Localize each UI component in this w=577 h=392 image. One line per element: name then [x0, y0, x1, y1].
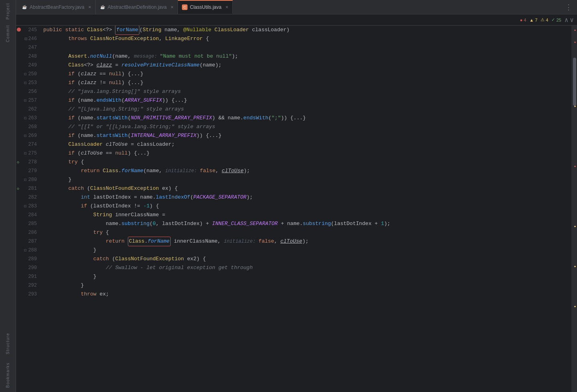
- fold-288[interactable]: ⊡: [24, 248, 26, 253]
- gutter-293: 293: [16, 290, 40, 299]
- java-icon-1: ☕: [22, 4, 27, 10]
- code-content[interactable]: public static Class<?> forName(String na…: [40, 26, 571, 392]
- gutter-279: 279: [16, 167, 40, 175]
- scrollbar-error-1: [574, 30, 576, 31]
- nav-up-icon[interactable]: ∧: [565, 16, 569, 24]
- tab-label-2: AbstractBeanDefinition.java: [108, 4, 167, 10]
- gutter-248: 248: [16, 52, 40, 61]
- editor-container: ☕ AbstractBeanFactory.java × ☕ AbstractB…: [16, 0, 577, 392]
- code-line-286: try {: [40, 228, 571, 237]
- code-line-279: return Class.forName(name, initialize: f…: [40, 167, 571, 175]
- ok-icon: ✓: [551, 17, 555, 22]
- code-line-289: catch (ClassNotFoundException ex2) {: [40, 255, 571, 263]
- gutter-268: 268: [16, 123, 40, 131]
- gutter-269: ⊡269: [16, 131, 40, 140]
- gutter-274: 274: [16, 140, 40, 149]
- code-line-275: if (clToUse == null) {...}: [40, 149, 571, 158]
- gutter-247: 247: [16, 43, 40, 52]
- fold-275[interactable]: ⊡: [24, 151, 26, 156]
- tab-abstract-bean-factory[interactable]: ☕ AbstractBeanFactory.java ×: [18, 0, 96, 14]
- alert-icon: ⚠: [541, 17, 545, 22]
- code-line-246: throws ClassNotFoundException, LinkageEr…: [40, 34, 571, 43]
- fold-263[interactable]: ⊡: [24, 116, 26, 121]
- code-line-256: // "java.lang.String[]" style arrays: [40, 87, 571, 96]
- gutter-286: 286: [16, 228, 40, 237]
- code-line-282: int lastDotIndex = name.lastIndexOf(PACK…: [40, 193, 571, 202]
- gutter-256: 256: [16, 87, 40, 96]
- tab-close-2[interactable]: ×: [171, 4, 174, 10]
- code-line-269: if (name.startsWith(INTERNAL_ARRAY_PREFI…: [40, 131, 571, 140]
- gutter-290: 290: [16, 263, 40, 272]
- code-editor: 245 ⊡246 247 248 249 ⊡250 ⊡253 256 ⊡257 …: [16, 26, 577, 392]
- alert-indicator: ⚠ 4: [541, 17, 548, 22]
- commit-icon[interactable]: Commit: [2, 27, 14, 40]
- nav-down-icon[interactable]: ∨: [570, 16, 574, 24]
- gutter-278: ◇ 278: [16, 158, 40, 167]
- tab-bar: ☕ AbstractBeanFactory.java × ☕ AbstractB…: [16, 0, 577, 14]
- indicators-bar: ● 4 ▲ 7 ⚠ 4 ✓ 25 ∧ ∨: [16, 14, 577, 26]
- gutter-292: 292: [16, 281, 40, 290]
- fold-283[interactable]: ⊡: [24, 204, 26, 209]
- project-icon[interactable]: Project: [2, 5, 14, 18]
- gutter-262: 262: [16, 105, 40, 114]
- gutter-283: ⊡283: [16, 202, 40, 211]
- code-line-293: throw ex;: [40, 290, 571, 299]
- code-line-283: if (lastDotIndex != -1) {: [40, 202, 571, 211]
- tab-label-3: ClassUtils.java: [190, 4, 222, 10]
- code-line-291: }: [40, 272, 571, 281]
- gutter-288: ⊡288: [16, 246, 40, 255]
- gutter-275: ⊡275: [16, 149, 40, 158]
- warning-triangle-indicator: ▲ 7: [529, 18, 537, 22]
- fold-269[interactable]: ⊡: [24, 133, 26, 138]
- fold-257[interactable]: ⊡: [24, 98, 26, 103]
- gutter-263: ⊡263: [16, 114, 40, 123]
- code-line-290: // Swallow - let original exception get …: [40, 263, 571, 272]
- fold-250[interactable]: ⊡: [24, 72, 26, 76]
- debug-281: ◇: [17, 186, 19, 191]
- code-line-287: return Class.forName innerClassName, ini…: [40, 237, 571, 246]
- scrollbar-warning-2: [574, 106, 576, 107]
- code-line-284: String innerClassName =: [40, 211, 571, 219]
- gutter-253: ⊡253: [16, 78, 40, 87]
- tab-close-1[interactable]: ×: [89, 4, 91, 10]
- scrollbar-warning-4: [574, 266, 576, 267]
- bookmarks-icon[interactable]: Bookmarks: [2, 363, 14, 387]
- gutter-257: ⊡257: [16, 96, 40, 105]
- code-line-280: }: [40, 175, 571, 184]
- gutter-249: 249: [16, 61, 40, 70]
- gutter-280: ⊡280: [16, 175, 40, 184]
- scrollbar-error-4: [574, 166, 576, 167]
- code-line-281: catch (ClassNotFoundException ex) {: [40, 184, 571, 193]
- code-line-248: Assert.notNull(name, message: "Name must…: [40, 52, 571, 61]
- code-line-245: public static Class<?> forName(String na…: [40, 26, 571, 34]
- warning-triangle-icon: ▲: [529, 18, 534, 22]
- ok-count: 25: [556, 18, 561, 22]
- code-line-288: }: [40, 246, 571, 255]
- code-line-247: [40, 43, 571, 52]
- fold-253[interactable]: ⊡: [24, 80, 26, 85]
- fold-280[interactable]: ⊡: [24, 177, 26, 182]
- scrollbar-warning-3: [574, 226, 576, 227]
- code-line-262: // "[Ljava.lang.String;" style arrays: [40, 105, 571, 114]
- nav-arrows[interactable]: ∧ ∨: [565, 16, 574, 24]
- code-line-268: // "[[I" or "[[Ljava.lang.String;" style…: [40, 123, 571, 131]
- gutter-246: ⊡246: [16, 34, 40, 43]
- code-line-292: }: [40, 281, 571, 290]
- scroll-thumb[interactable]: [573, 58, 576, 106]
- code-line-253: if (clazz != null) {...}: [40, 78, 571, 87]
- tab-label-1: AbstractBeanFactory.java: [30, 4, 85, 10]
- gutter-284: 284: [16, 211, 40, 219]
- tab-more-button[interactable]: ⋮: [562, 3, 575, 12]
- code-line-285: name.substring(0, lastDotIndex) + INNER_…: [40, 219, 571, 228]
- gutter-250: ⊡250: [16, 70, 40, 78]
- tab-abstract-bean-definition[interactable]: ☕ AbstractBeanDefinition.java ×: [96, 0, 178, 14]
- scrollbar[interactable]: [571, 26, 577, 392]
- tab-class-utils[interactable]: C ClassUtils.java ×: [178, 0, 233, 14]
- gutter-281: ◇ 281: [16, 184, 40, 193]
- ok-indicator: ✓ 25: [551, 17, 561, 22]
- java-icon-3: C: [182, 4, 188, 10]
- code-line-263: if (name.startsWith(NON_PRIMITIVE_ARRAY_…: [40, 114, 571, 123]
- error-icon: ●: [520, 18, 523, 22]
- structure-icon[interactable]: Structure: [2, 334, 14, 354]
- tab-close-3[interactable]: ×: [226, 4, 228, 10]
